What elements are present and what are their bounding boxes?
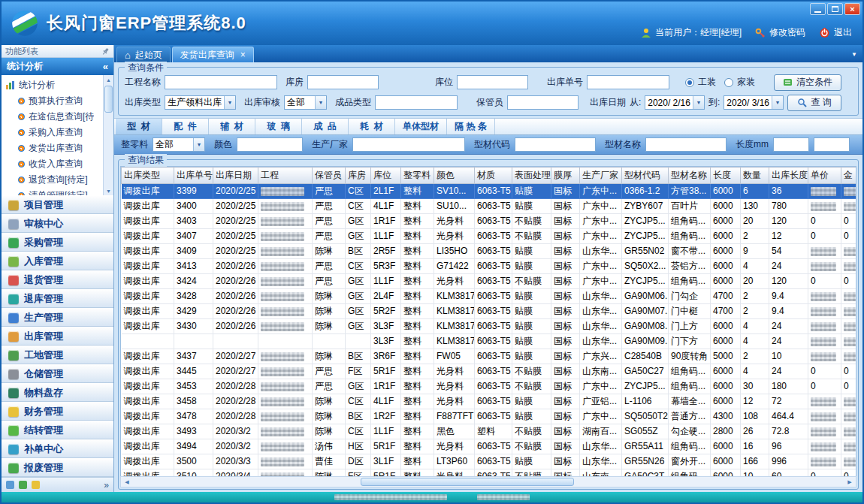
material-tab-auxiliary[interactable]: 辅 材 xyxy=(209,119,255,134)
pin-icon[interactable] xyxy=(101,47,110,56)
sidebar-tree-item[interactable]: 退货查询[待定] xyxy=(5,172,102,188)
location-input[interactable] xyxy=(457,75,528,89)
sidebar-group-header[interactable]: 统计分析 « xyxy=(2,58,113,75)
material-tab-finished-product[interactable]: 成 品 xyxy=(302,119,349,134)
folder-icon[interactable] xyxy=(32,481,40,489)
tab-home[interactable]: ⌂ 起始页 xyxy=(116,47,171,62)
tab-shipment-outbound-query[interactable]: 发货出库查询 × xyxy=(172,47,254,62)
clear-conditions-button[interactable]: 清空条件 xyxy=(774,74,841,91)
table-row[interactable]: 调拨出库34092020/2/25陈琳B区2R5F整料LI35HO6063-T5… xyxy=(122,244,857,259)
column-header[interactable]: 生产厂家 xyxy=(580,167,622,184)
column-header[interactable]: 数量 xyxy=(741,167,769,184)
table-row[interactable]: 调拨出库34372020/2/27陈琳B区3R6F整料FW056063-T5贴膜… xyxy=(122,349,857,364)
computer-icon[interactable] xyxy=(19,481,27,489)
chevron-down-icon[interactable]: ▼ xyxy=(224,96,235,109)
profile-code-input[interactable] xyxy=(515,137,596,152)
project-name-input[interactable] xyxy=(165,75,277,89)
sidebar-tree-item[interactable]: 采购入库查询 xyxy=(5,125,102,140)
table-row[interactable]: 调拨出库34932020/3/2陈琳C区1L1F整料黑色塑料不贴膜国标湖南百..… xyxy=(122,424,857,439)
column-header[interactable]: 单价 xyxy=(808,167,841,184)
chevron-down-icon[interactable]: ▼ xyxy=(315,96,326,109)
profile-name-input[interactable] xyxy=(645,137,727,152)
sidebar-tree-item[interactable]: 发货出库查询 xyxy=(5,140,102,156)
sidebar-item-inventory[interactable]: 物料盘存 xyxy=(2,383,113,402)
radio-gongzhuang[interactable] xyxy=(685,78,694,87)
material-tab-insulation-strip[interactable]: 隔 热 条 xyxy=(447,119,495,134)
manufacturer-input[interactable] xyxy=(352,137,465,152)
length-min-input[interactable] xyxy=(773,137,809,152)
sidebar-tree-item[interactable]: 收货入库查询 xyxy=(5,156,102,172)
table-row[interactable]: 调拨出库35102020/3/4陈琳F区5R1F整料光身料6063-T5不贴膜国… xyxy=(122,469,857,477)
maximize-button[interactable] xyxy=(827,3,843,15)
column-header[interactable]: 表面处理 xyxy=(512,167,551,184)
sidebar-tree-item[interactable]: 预算执行查询 xyxy=(5,93,102,109)
table-row[interactable]: 调拨出库34532020/2/28严思G区1R1F整料光身料6063-T5不贴膜… xyxy=(122,379,857,394)
column-header[interactable]: 出库单号 xyxy=(174,167,213,184)
table-row[interactable]: 调拨出库34942020/3/2汤伟H区5R1F整料光身料6063-T5不贴膜国… xyxy=(122,439,857,454)
hscrollbar-thumb[interactable] xyxy=(361,478,574,486)
sidebar-item-site[interactable]: 工地管理 xyxy=(2,346,113,364)
sidebar-tree-item[interactable]: 在途信息查询[待 xyxy=(5,109,102,125)
table-row[interactable]: 调拨出库34242020/2/26严思G区1L1F整料光身料6063-T5不贴膜… xyxy=(122,274,857,289)
table-row[interactable]: 调拨出库35002020/3/3曹佳D区3L1F整料LT3P606063-T5贴… xyxy=(122,454,857,469)
material-tab-single-profile[interactable]: 单体型材 xyxy=(395,119,447,134)
whole-scrap-select[interactable]: 全部 ▼ xyxy=(153,137,205,152)
table-row[interactable]: 调拨出库34782020/2/28陈琳B区1R2F整料F887TFT6063-T… xyxy=(122,409,857,424)
column-header[interactable]: 型材代码 xyxy=(622,167,669,184)
sidebar-item-carryover[interactable]: 结转管理 xyxy=(2,421,113,439)
tab-list-dropdown-icon[interactable]: ▼ xyxy=(851,51,857,58)
date-from-select[interactable]: 2020/ 2/16 ▼ xyxy=(645,95,705,110)
sidebar-item-audit[interactable]: 审核中心 xyxy=(2,214,113,233)
tree-root-item[interactable]: 统计分析 xyxy=(5,77,102,93)
table-row[interactable]: 调拨出库34282020/2/26陈琳G区2L4F整料KLM38176063-T… xyxy=(122,289,857,304)
sidebar-tree-item[interactable]: 清单管理[待定] xyxy=(5,188,102,195)
scroll-right-icon[interactable]: ▶ xyxy=(844,479,856,485)
sidebar-item-supplement[interactable]: 补单中心 xyxy=(2,439,113,458)
column-header[interactable]: 出库日期 xyxy=(213,167,258,184)
material-tab-accessory[interactable]: 配 件 xyxy=(162,119,209,134)
order-no-input[interactable] xyxy=(587,75,669,89)
minimize-button[interactable] xyxy=(810,3,826,15)
horizontal-scrollbar[interactable]: ◀ ▶ xyxy=(120,476,856,487)
material-tab-glass[interactable]: 玻 璃 xyxy=(255,119,302,134)
sidebar-item-outbound[interactable]: 出库管理 xyxy=(2,327,113,346)
column-header[interactable]: 出库类型 xyxy=(122,167,174,184)
warehouse-input[interactable] xyxy=(307,75,379,89)
sidebar-item-return-stock[interactable]: 退库管理 xyxy=(2,289,113,308)
table-row[interactable]: 调拨出库34452020/2/27严思F区5R1F整料光身料6063-T5不贴膜… xyxy=(122,364,857,379)
sidebar-item-inbound[interactable]: 入库管理 xyxy=(2,252,113,270)
material-tab-consumable[interactable]: 耗 材 xyxy=(349,119,395,134)
collapse-icon[interactable]: « xyxy=(103,61,108,72)
keeper-input[interactable] xyxy=(507,95,579,110)
outbound-type-select[interactable]: 生产领料出库 ▼ xyxy=(165,95,236,110)
chevron-down-icon[interactable]: ▼ xyxy=(193,138,204,151)
column-header[interactable]: 库房 xyxy=(346,167,371,184)
table-row[interactable]: 3L3F整料KLM38176063-T5贴膜国标山东华...GA90M09...… xyxy=(122,334,857,349)
column-header[interactable]: 保管员 xyxy=(313,167,346,184)
scrollbar-track[interactable] xyxy=(104,84,113,186)
column-header[interactable]: 材质 xyxy=(475,167,512,184)
sidebar-item-scrap[interactable]: 报废管理 xyxy=(2,458,113,477)
table-row[interactable]: 调拨出库34292020/2/26陈琳G区5R2F整料KLM38176063-T… xyxy=(122,304,857,319)
grid-icon[interactable] xyxy=(6,481,14,489)
sidebar-item-return-goods[interactable]: 退货管理 xyxy=(2,270,113,289)
table-row[interactable]: 调拨出库34032020/2/25严思G区1R1F整料光身料6063-T5不贴膜… xyxy=(122,214,857,229)
product-type-input[interactable] xyxy=(375,95,458,110)
sidebar-item-purchase[interactable]: 采购管理 xyxy=(2,233,113,252)
search-button[interactable]: 查 询 xyxy=(787,95,841,111)
table-row[interactable]: 调拨出库33992020/2/25严思C区2L1F整料SV10...6063-T… xyxy=(122,184,857,199)
hscrollbar-track[interactable] xyxy=(133,477,844,487)
sidebar-item-project[interactable]: 项目管理 xyxy=(2,195,113,214)
sidebar-item-finance[interactable]: 财务管理 xyxy=(2,402,113,421)
material-tab-profile[interactable]: 型 材 xyxy=(116,119,162,134)
column-header[interactable]: 膜厚 xyxy=(551,167,580,184)
column-header[interactable]: 工程 xyxy=(258,167,313,184)
column-header[interactable]: 型材名称 xyxy=(669,167,711,184)
column-header[interactable]: 整零料 xyxy=(401,167,434,184)
scrollbar-thumb[interactable] xyxy=(104,86,113,113)
change-password-link[interactable]: 修改密码 xyxy=(755,26,805,39)
table-row[interactable]: 调拨出库34072020/2/25严思G区1L1F整料光身料6063-T5不贴膜… xyxy=(122,229,857,244)
color-input[interactable] xyxy=(237,137,303,152)
chevron-down-icon[interactable]: ▼ xyxy=(693,96,704,109)
table-row[interactable]: 调拨出库34302020/2/26陈琳G区3L3F整料KLM38176063-T… xyxy=(122,319,857,334)
